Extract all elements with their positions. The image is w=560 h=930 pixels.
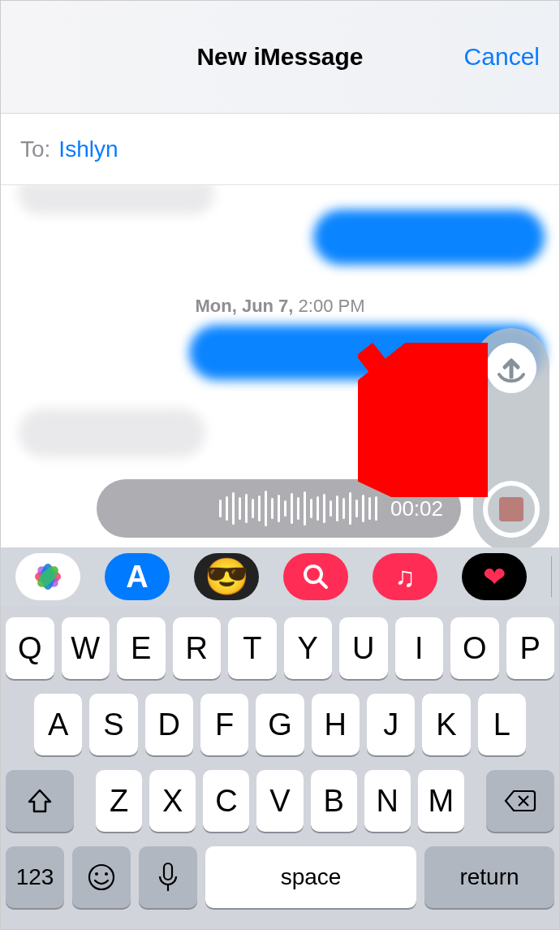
imessage-app-drawer[interactable]: A 😎 ♫ ❤ 😂	[1, 547, 559, 606]
key-emoji[interactable]	[72, 846, 131, 908]
key-k[interactable]: K	[422, 694, 470, 755]
to-label: To:	[20, 136, 50, 162]
mic-icon	[157, 862, 179, 893]
key-x[interactable]: X	[149, 770, 196, 832]
key-n[interactable]: N	[364, 770, 411, 832]
send-voice-button[interactable]	[486, 343, 536, 393]
key-c[interactable]: C	[203, 770, 249, 832]
key-g[interactable]: G	[256, 694, 304, 755]
key-i[interactable]: I	[395, 617, 444, 679]
key-y[interactable]: Y	[284, 617, 333, 679]
music-icon: ♫	[394, 561, 416, 593]
page-title: New iMessage	[196, 43, 363, 71]
key-q[interactable]: Q	[6, 617, 54, 679]
appstore-icon: A	[126, 560, 148, 595]
photos-icon	[32, 560, 64, 593]
key-m[interactable]: M	[418, 770, 464, 832]
stop-icon	[499, 497, 523, 521]
key-r[interactable]: R	[173, 617, 222, 679]
key-t[interactable]: T	[228, 617, 277, 679]
key-o[interactable]: O	[450, 617, 499, 679]
key-a[interactable]: A	[34, 694, 82, 755]
compose-header: New iMessage Cancel	[1, 1, 559, 114]
message-bubble-sent	[313, 210, 545, 265]
app-drawer-separator	[551, 556, 552, 597]
key-l[interactable]: L	[478, 694, 526, 755]
keyboard-row-1: Q W E R T Y U I O P	[6, 617, 554, 679]
key-return[interactable]: return	[424, 846, 554, 908]
key-f[interactable]: F	[200, 694, 248, 755]
key-space[interactable]: space	[205, 846, 416, 908]
conversation-area: Mon, Jun 7, 2:00 PM Rea 00:02	[1, 185, 559, 547]
key-b[interactable]: B	[311, 770, 357, 832]
message-bubble-received	[19, 409, 205, 457]
voice-control-capsule	[473, 328, 549, 547]
timestamp-label: Mon, Jun 7, 2:00 PM	[1, 296, 559, 317]
key-j[interactable]: J	[367, 694, 415, 755]
svg-rect-15	[164, 863, 172, 880]
search-app-icon	[302, 563, 330, 590]
backspace-icon	[504, 789, 536, 813]
fitness-icon: ❤	[483, 560, 506, 593]
send-up-icon	[491, 348, 532, 388]
stop-recording-button[interactable]	[483, 481, 540, 538]
appstore-app-button[interactable]: A	[105, 553, 170, 600]
key-123[interactable]: 123	[6, 846, 64, 908]
shift-icon	[26, 787, 54, 815]
message-bubble-received	[19, 185, 213, 214]
waveform-icon	[219, 491, 377, 526]
key-d[interactable]: D	[145, 694, 193, 755]
svg-point-12	[89, 865, 114, 889]
images-app-button[interactable]	[283, 553, 348, 600]
fitness-app-button[interactable]: ❤	[462, 553, 527, 600]
read-receipt-label: Rea	[432, 388, 462, 407]
emoji-icon	[87, 863, 116, 892]
voice-duration-label: 00:02	[390, 496, 443, 521]
svg-line-9	[320, 581, 326, 587]
cancel-button[interactable]: Cancel	[464, 43, 540, 71]
to-recipient: Ishlyn	[58, 136, 118, 162]
voice-recording-pill[interactable]: 00:02	[97, 479, 461, 538]
key-v[interactable]: V	[256, 770, 303, 832]
key-e[interactable]: E	[117, 617, 166, 679]
key-h[interactable]: H	[312, 694, 360, 755]
music-app-button[interactable]: ♫	[373, 553, 437, 600]
memoji-icon: 😎	[205, 556, 249, 598]
keyboard-row-4: 123 space return	[6, 846, 554, 908]
svg-point-13	[95, 872, 98, 876]
keyboard-row-3: Z X C V B N M	[6, 770, 554, 832]
keyboard-row-2: A S D F G H J K L	[6, 694, 554, 755]
key-w[interactable]: W	[62, 617, 110, 679]
photos-app-button[interactable]	[15, 553, 80, 600]
key-p[interactable]: P	[506, 617, 555, 679]
keyboard: Q W E R T Y U I O P A S D F G H J K L	[1, 606, 559, 929]
to-field[interactable]: To: Ishlyn	[1, 114, 559, 185]
key-u[interactable]: U	[339, 617, 388, 679]
svg-point-14	[105, 872, 108, 876]
memoji-app-button[interactable]: 😎	[194, 553, 259, 600]
key-dictation[interactable]	[139, 846, 197, 908]
key-backspace[interactable]	[486, 770, 554, 832]
key-shift[interactable]	[6, 770, 74, 832]
key-s[interactable]: S	[89, 694, 137, 755]
key-z[interactable]: Z	[96, 770, 142, 832]
